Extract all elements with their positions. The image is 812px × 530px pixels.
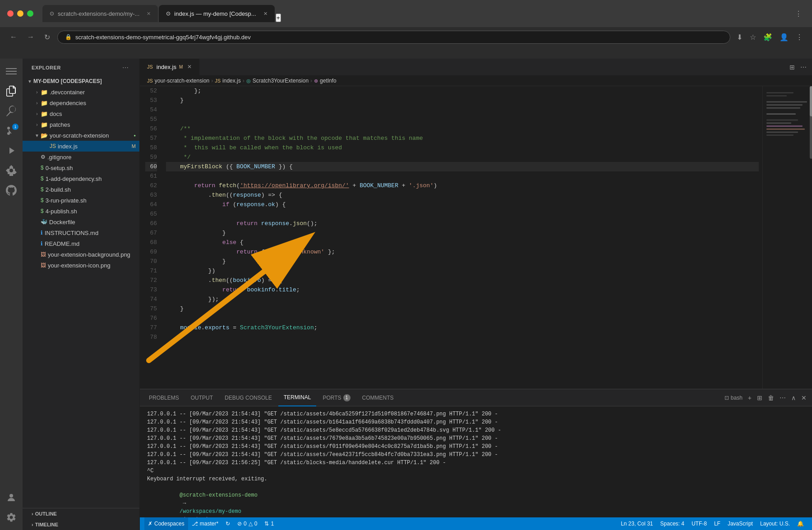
minimize-traffic-light[interactable]	[17, 10, 23, 17]
new-tab-button[interactable]: +	[276, 14, 281, 22]
browser-tab-2[interactable]: ⊙ index.js — my-demo [Codesp... ✕	[159, 5, 274, 22]
extension-button[interactable]: 🧩	[761, 31, 774, 43]
source-control-button[interactable]: 1	[2, 122, 20, 140]
sync-icon: ↻	[226, 521, 230, 527]
ln-col-status[interactable]: Ln 23, Col 31	[617, 517, 656, 530]
tab-close-button[interactable]: ✕	[187, 64, 192, 70]
terminal-more-button[interactable]: ⋯	[778, 392, 788, 403]
code-editor[interactable]: 52 53 54 55 56 57 58 59 60 61 62 63 64 6…	[140, 86, 762, 389]
more-actions-button[interactable]: ⋯	[798, 62, 808, 73]
layout-status[interactable]: Layout: U.S.	[757, 517, 794, 530]
terminal-split-button[interactable]: ⊞	[755, 392, 764, 403]
run-debug-button[interactable]	[2, 142, 20, 160]
sync-status[interactable]: ↻	[222, 517, 234, 530]
tree-bg-png[interactable]: 🖼 your-extension-background.png	[23, 249, 139, 260]
activity-bar-bottom	[2, 489, 20, 526]
github-button[interactable]	[2, 181, 20, 199]
outline-section[interactable]: › OUTLINE	[23, 508, 139, 519]
tree-readme[interactable]: ℹ README.md	[23, 238, 139, 249]
menu-button[interactable]	[2, 62, 20, 80]
reload-button[interactable]: ↻	[42, 31, 53, 43]
tree-devcontainer[interactable]: › 📁 .devcontainer	[23, 87, 139, 97]
spaces-status[interactable]: Spaces: 4	[657, 517, 688, 530]
browser-tab-1[interactable]: ⊙ scratch-extensions-demo/my-... ✕	[42, 5, 158, 22]
search-button[interactable]	[2, 102, 20, 120]
tree-docs[interactable]: › 📁 docs	[23, 108, 139, 119]
tree-dockerfile[interactable]: 🐳 Dockerfile	[23, 217, 139, 227]
terminal-line-9: Keyboard interrupt received, exiting.	[147, 475, 805, 483]
extensions-button[interactable]	[2, 161, 20, 180]
editor-tab-index-js[interactable]: JS index.js M ✕	[140, 59, 199, 76]
tree-3-run[interactable]: $ 3-run-private.sh	[23, 195, 139, 206]
settings-button[interactable]	[2, 508, 20, 526]
browser-menu-button[interactable]: ⋮	[792, 8, 805, 20]
problems-tab[interactable]: PROBLEMS	[143, 389, 185, 406]
tree-instructions[interactable]: ℹ INSTRUCTIONS.md	[23, 227, 139, 238]
code-content[interactable]: }; } /** * implementation of the block w…	[162, 86, 762, 389]
notification-status[interactable]: 🔔	[794, 517, 807, 530]
encoding-status[interactable]: UTF-8	[688, 517, 710, 530]
explorer-button[interactable]	[2, 82, 20, 100]
editor-tabs: JS index.js M ✕ ⊞ ⋯	[140, 59, 812, 76]
tree-dependencies[interactable]: › 📁 dependencies	[23, 97, 139, 108]
split-editor-button[interactable]: ⊞	[788, 62, 797, 73]
tree-0-setup[interactable]: $ 0-setup.sh	[23, 162, 139, 173]
terminal-close-button[interactable]: ✕	[799, 392, 808, 403]
terminal-line-2: 127.0.0.1 -- [09/Mar/2023 21:54:43] "GET…	[147, 418, 805, 426]
timeline-section[interactable]: › TIMELINE	[23, 519, 139, 530]
terminal-add-button[interactable]: +	[746, 392, 753, 403]
language-status[interactable]: JavaScript	[724, 517, 757, 530]
branch-status[interactable]: ⎇ master*	[188, 517, 222, 530]
close-traffic-light[interactable]	[7, 10, 14, 17]
comments-tab[interactable]: COMMENTS	[357, 389, 399, 406]
chrome-menu-button[interactable]: ⋮	[794, 31, 805, 43]
eol-status[interactable]: LF	[710, 517, 724, 530]
error-icon: ⊘	[237, 521, 242, 527]
address-bar[interactable]: 🔒 scratch-extensions-demo-symmetrical-gg…	[57, 31, 730, 44]
minimap[interactable]	[762, 86, 812, 389]
tab1-close[interactable]: ✕	[147, 11, 151, 17]
debug-console-tab[interactable]: DEBUG CONSOLE	[219, 389, 277, 406]
tree-your-scratch-extension[interactable]: ▼ 📂 your-scratch-extension ●	[23, 130, 139, 141]
tree-root[interactable]: ▼ MY-DEMO [CODESPACES]	[23, 76, 139, 87]
tree-2-build[interactable]: $ 2-build.sh	[23, 184, 139, 195]
breadcrumb-class[interactable]: ◎ Scratch3YourExtension	[246, 78, 309, 84]
tree-1-add[interactable]: $ 1-add-dependency.sh	[23, 173, 139, 184]
account-button[interactable]	[2, 489, 20, 507]
tree-index-js[interactable]: JS index.js M	[23, 141, 139, 152]
tree-4-publish[interactable]: $ 4-publish.sh	[23, 206, 139, 217]
terminal-trash-button[interactable]: 🗑	[766, 392, 776, 403]
new-file-button[interactable]: ⋯	[120, 63, 130, 72]
tree-gitignore[interactable]: ⚙ .gitignore	[23, 152, 139, 162]
back-button[interactable]: ←	[7, 31, 20, 43]
tree-icon-png[interactable]: 🖼 your-extension-icon.png	[23, 260, 139, 271]
code-line-55	[166, 115, 759, 124]
code-line-69: return { title: 'Unknown' };	[166, 247, 759, 257]
svg-rect-8	[766, 92, 794, 93]
breadcrumb-method[interactable]: ⊕ getInfo	[314, 78, 337, 84]
forward-button[interactable]: →	[24, 31, 37, 43]
ports-status[interactable]: ⇅ 1	[261, 517, 277, 530]
breadcrumb: JS your-scratch-extension › JS index.js …	[140, 76, 812, 86]
breadcrumb-file[interactable]: JS index.js	[215, 78, 241, 84]
folder-arrow: ›	[33, 122, 41, 127]
terminal-content[interactable]: 127.0.0.1 -- [09/Mar/2023 21:54:43] "GET…	[140, 406, 812, 517]
download-button[interactable]: ⬇	[735, 31, 744, 43]
dependencies-label: dependencies	[50, 100, 139, 106]
errors-status[interactable]: ⊘ 0 △ 0	[234, 517, 261, 530]
line-numbers: 52 53 54 55 56 57 58 59 60 61 62 63 64 6…	[140, 86, 162, 389]
terminal-expand-button[interactable]: ∧	[789, 392, 798, 403]
output-tab[interactable]: OUTPUT	[185, 389, 218, 406]
maximize-traffic-light[interactable]	[27, 10, 33, 17]
profile-button[interactable]: 👤	[778, 31, 790, 43]
codespaces-status[interactable]: ✗ Codespaces	[144, 517, 188, 530]
bookmark-button[interactable]: ☆	[748, 31, 758, 43]
ports-tab[interactable]: PORTS 1	[317, 389, 355, 406]
terminal-tab[interactable]: TERMINAL	[278, 389, 317, 406]
breadcrumb-extension[interactable]: JS your-scratch-extension	[147, 78, 209, 84]
tab2-close[interactable]: ✕	[263, 11, 268, 17]
code-line-71: })	[166, 266, 759, 276]
2-build-label: 2-build.sh	[46, 186, 139, 193]
tree-patches[interactable]: › 📁 patches	[23, 119, 139, 130]
svg-rect-7	[763, 86, 812, 389]
